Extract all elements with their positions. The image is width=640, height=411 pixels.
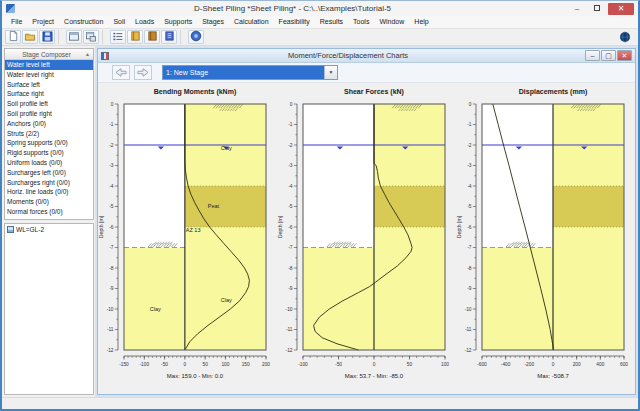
next-stage-button[interactable]: [134, 65, 152, 80]
stage-composer-item[interactable]: Uniform loads (0/0): [5, 158, 93, 168]
menu-window[interactable]: Window: [374, 16, 409, 28]
menu-feasibility[interactable]: Feasibility: [274, 16, 315, 28]
x-tick-label: 50: [202, 362, 208, 367]
stage-composer-item[interactable]: Surcharges right (0/0): [5, 178, 93, 188]
menu-tools[interactable]: Tools: [348, 16, 374, 28]
arrow-left-icon: [114, 67, 128, 78]
chart-title: Shear Forces (kN): [303, 85, 445, 98]
water-level-detail-panel: WL=GL-2: [4, 223, 94, 395]
chart-shear: Shear Forces (kN)0-1-2-3-4-5-6-7-8-9-10-…: [277, 85, 456, 394]
new-file-button[interactable]: [5, 30, 21, 44]
child-close-icon[interactable]: ✕: [617, 50, 632, 61]
x-tick-label: 200: [262, 362, 270, 367]
y-tick-label: 0: [111, 102, 114, 107]
stage-composer-item[interactable]: Soil profile right: [5, 109, 93, 119]
y-tick-label: -6: [109, 225, 114, 230]
close-icon[interactable]: ✕: [608, 3, 634, 15]
child-minimize-icon[interactable]: –: [585, 50, 600, 61]
menu-help[interactable]: Help: [409, 16, 433, 28]
y-tick-label: -7: [288, 245, 293, 250]
stage-composer-item[interactable]: Normal forces (0/0): [5, 207, 93, 217]
support-globe-icon[interactable]: [618, 30, 632, 44]
stage-selector[interactable]: 1: New Stage ▼: [162, 65, 338, 80]
y-tick-label: -6: [467, 225, 472, 230]
app-icon: [6, 4, 15, 13]
input-data-button[interactable]: [127, 30, 143, 44]
y-tick-label: -8: [109, 266, 114, 271]
x-tick-label: -400: [501, 362, 511, 367]
water-level-item[interactable]: WL=GL-2: [7, 226, 91, 233]
x-tick-label: -50: [335, 362, 342, 367]
stages-overview-button[interactable]: [110, 30, 126, 44]
y-tick-label: -3: [288, 163, 293, 168]
results-icon: [164, 28, 175, 46]
chart-window-icon: [101, 52, 109, 60]
report-button[interactable]: [144, 30, 160, 44]
menu-construction[interactable]: Construction: [59, 16, 108, 28]
stages-overview-icon: [112, 28, 124, 46]
y-axis-label: Depth [m]: [456, 215, 462, 238]
menu-bar: FileProjectConstructionSoilLoadsSupports…: [2, 16, 638, 29]
save-file-button[interactable]: [39, 30, 55, 44]
y-axis-label: Depth [m]: [98, 215, 104, 238]
pin-icon[interactable]: ▲: [85, 51, 90, 57]
x-tick-label: 600: [620, 362, 628, 367]
menu-project[interactable]: Project: [27, 16, 59, 28]
toolbar-separator: [102, 30, 107, 44]
y-tick-label: -2: [109, 143, 114, 148]
copy-active-window-button[interactable]: [66, 30, 82, 44]
y-tick-label: -1: [467, 122, 472, 127]
stage-composer-header: Stage Composer ▲: [5, 49, 93, 60]
child-restore-icon[interactable]: ▢: [601, 50, 616, 61]
y-tick-label: -3: [109, 163, 114, 168]
stage-composer-item[interactable]: Surcharges left (0/0): [5, 168, 93, 178]
y-axis-label: Depth [m]: [277, 215, 283, 238]
x-tick-label: 400: [596, 362, 604, 367]
x-tick-label: -100: [298, 362, 308, 367]
stage-composer-item[interactable]: Spring supports (0/0): [5, 138, 93, 148]
x-tick-label: -150: [119, 362, 129, 367]
stage-composer-item[interactable]: Anchors (0/0): [5, 119, 93, 129]
chevron-down-icon[interactable]: ▼: [324, 66, 337, 79]
stage-composer-item[interactable]: Water level right: [5, 70, 93, 80]
stage-composer-item[interactable]: Soil profile left: [5, 99, 93, 109]
menu-results[interactable]: Results: [315, 16, 348, 28]
y-tick-label: -12: [107, 348, 114, 353]
y-tick-label: -1: [288, 122, 293, 127]
stage-composer-item[interactable]: Surface left: [5, 80, 93, 90]
menu-loads[interactable]: Loads: [130, 16, 159, 28]
print-active-window-button[interactable]: [83, 30, 99, 44]
stage-navigation-bar: 1: New Stage ▼: [98, 63, 635, 83]
stage-composer-item[interactable]: Horiz. line loads (0/0): [5, 187, 93, 197]
previous-stage-button[interactable]: [112, 65, 130, 80]
menu-stages[interactable]: Stages: [197, 16, 229, 28]
stage-composer-panel: Stage Composer ▲ Water level leftWater l…: [4, 48, 94, 220]
results-button[interactable]: [161, 30, 177, 44]
x-tick-label: 50: [407, 362, 413, 367]
sidebar: Stage Composer ▲ Water level leftWater l…: [2, 46, 95, 397]
stage-composer-item[interactable]: Water level left: [5, 60, 93, 70]
x-tick-label: 100: [221, 362, 229, 367]
minimize-icon[interactable]: –: [568, 3, 586, 15]
menu-supports[interactable]: Supports: [159, 16, 197, 28]
menu-file[interactable]: File: [6, 16, 27, 28]
menu-calculation[interactable]: Calculation: [229, 16, 274, 28]
stage-composer-item[interactable]: Struts (2/2): [5, 129, 93, 139]
new-file-icon: [8, 28, 19, 46]
y-tick-label: -7: [467, 245, 472, 250]
maximize-icon[interactable]: [588, 3, 606, 15]
start-calculation-button[interactable]: [188, 30, 204, 44]
charts-window-title: Moment/Force/Displacement Charts: [112, 51, 584, 60]
content-area: Stage Composer ▲ Water level leftWater l…: [2, 46, 638, 397]
water-level-icon: [7, 226, 14, 233]
y-tick-label: -12: [286, 348, 293, 353]
soil-label-clay: Clay: [150, 306, 161, 312]
stage-composer-item[interactable]: Surface right: [5, 89, 93, 99]
stage-composer-item[interactable]: Moments (0/0): [5, 197, 93, 207]
open-file-button[interactable]: [22, 30, 38, 44]
stage-composer-list: Water level leftWater level rightSurface…: [5, 60, 93, 217]
soil-label-clay: Clay: [221, 297, 232, 303]
stage-composer-item[interactable]: Rigid supports (0/0): [5, 148, 93, 158]
chart-title: Bending Moments (kNm): [124, 85, 266, 98]
menu-soil[interactable]: Soil: [108, 16, 130, 28]
